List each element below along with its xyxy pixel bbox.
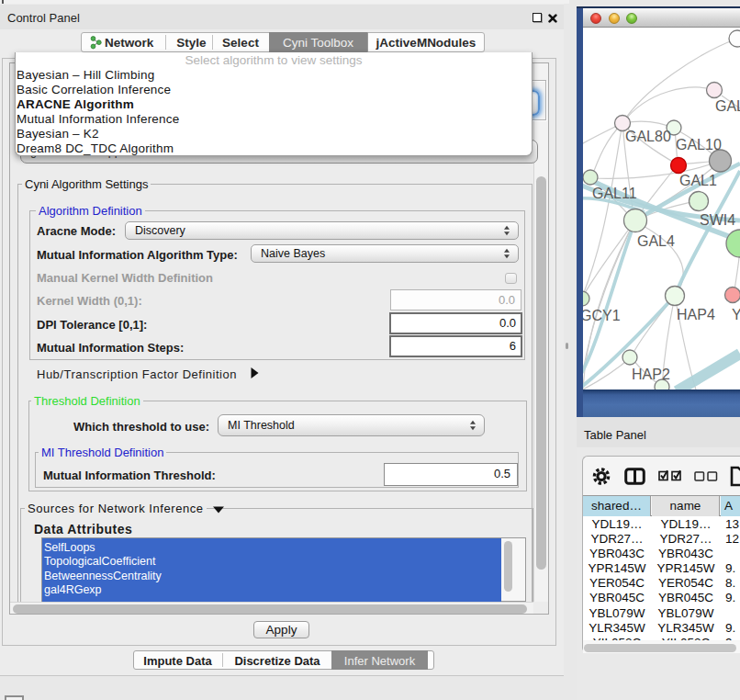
- svg-text:GAL10: GAL10: [676, 137, 722, 152]
- svg-text:HAP4: HAP4: [677, 307, 715, 322]
- svg-text:GAL7: GAL7: [715, 98, 740, 114]
- svg-text:GAL11: GAL11: [592, 186, 637, 201]
- svg-text:GCY1: GCY1: [583, 308, 621, 323]
- svg-text:GAL80: GAL80: [625, 129, 671, 144]
- svg-text:GAL1: GAL1: [679, 173, 717, 188]
- svg-text:GAL4: GAL4: [637, 233, 675, 249]
- svg-text:SWI4: SWI4: [700, 212, 735, 228]
- svg-text:HAP2: HAP2: [632, 367, 670, 382]
- svg-text:Y: Y: [732, 307, 740, 322]
